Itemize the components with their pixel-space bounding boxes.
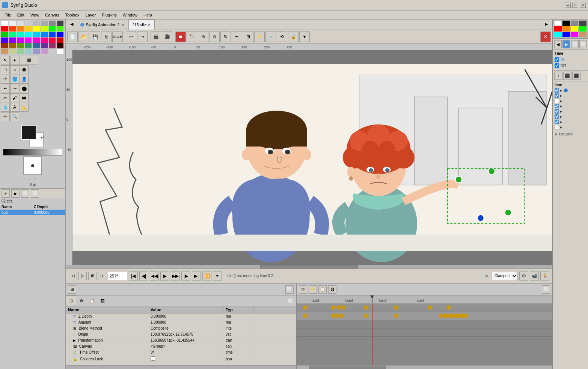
r-swatch[interactable] <box>554 26 562 32</box>
play-pause-btn[interactable]: ▶ <box>160 272 169 280</box>
canvas-grid-btn[interactable]: ⊞ <box>88 272 96 280</box>
next-key-btn[interactable]: |▶ <box>181 272 190 280</box>
swatch[interactable] <box>17 49 24 54</box>
r-swatch[interactable] <box>562 21 570 26</box>
right-nav-right[interactable]: ▶ <box>562 40 570 48</box>
r-swatch[interactable] <box>579 21 586 26</box>
icon-check-7[interactable] <box>555 120 559 124</box>
props-row-timeoffset[interactable]: ⏱ Time Offset 0f time <box>66 350 296 356</box>
maximize-button[interactable]: □ <box>572 3 578 8</box>
swatch[interactable] <box>1 49 8 54</box>
layer-add-btn[interactable]: + <box>2 189 10 198</box>
save-btn2[interactable]: SAVE <box>112 32 123 42</box>
increment-btn[interactable]: + <box>33 176 36 182</box>
r-swatch[interactable] <box>571 26 578 32</box>
menu-edit[interactable]: Edit <box>14 12 27 18</box>
r-swatch[interactable] <box>554 32 562 37</box>
transform-btn[interactable]: ⟲ <box>277 32 287 42</box>
paint-tool[interactable]: 🖌 <box>10 93 19 102</box>
rc-btn1[interactable]: + <box>554 72 562 80</box>
extra-tool6[interactable]: 📐 <box>20 103 29 112</box>
time-check-0f[interactable] <box>555 57 559 62</box>
expand-arrow-4[interactable]: ▶ <box>560 105 562 108</box>
extra-tool4[interactable]: ⬤ <box>20 84 29 93</box>
tl-btn4[interactable]: 🖼 <box>328 285 336 294</box>
swatch[interactable] <box>49 49 56 54</box>
swatch[interactable] <box>33 49 40 54</box>
swatch[interactable] <box>41 49 48 54</box>
extra-tool5[interactable]: 🏔 <box>20 93 29 102</box>
props-tab-close[interactable]: ⬜ <box>285 296 296 306</box>
open-file-btn[interactable]: 📂 <box>78 32 89 42</box>
decrement-btn[interactable]: - <box>29 176 31 182</box>
text-tool[interactable]: A <box>10 103 19 112</box>
lock-btn[interactable]: 🔒 <box>288 32 299 42</box>
loop-btn[interactable]: 🔁 <box>202 272 211 280</box>
swatch[interactable] <box>17 38 24 43</box>
gradient-bar[interactable] <box>3 149 62 156</box>
canvas-scrollbar-h[interactable] <box>66 265 552 268</box>
menu-view[interactable]: View <box>27 12 42 18</box>
keyframe[interactable] <box>303 305 308 310</box>
tl-scroll-thumb[interactable] <box>309 366 386 369</box>
magnet-btn[interactable]: ⚡ <box>254 32 265 42</box>
pen-btn[interactable]: ✒ <box>232 32 242 42</box>
tl-btn2[interactable]: ⚡ <box>309 285 317 294</box>
keyframe[interactable] <box>427 305 433 310</box>
rc-btn3[interactable]: ⬛ <box>572 72 580 80</box>
title-bar-buttons[interactable]: ─ □ ✕ <box>565 3 586 8</box>
keyframe[interactable] <box>303 313 308 318</box>
swatch[interactable] <box>9 49 16 54</box>
right-btn2[interactable]: ⬜ <box>579 40 587 48</box>
tab-close-2[interactable]: ✕ <box>148 23 151 27</box>
green-man-btn[interactable]: 🏃 <box>540 272 549 280</box>
swatch[interactable] <box>41 26 48 32</box>
swatch[interactable] <box>41 32 48 37</box>
tl-close-btn[interactable]: ⬜ <box>542 285 550 294</box>
zoom-fit-btn[interactable]: 🔭 <box>187 32 197 42</box>
tab-left-arrow[interactable]: ◀ <box>67 20 76 28</box>
props-row-zdepth[interactable]: π Z Depth 0.000000 rea <box>66 314 296 320</box>
swatch[interactable] <box>17 26 24 32</box>
menu-file[interactable]: File <box>2 12 14 18</box>
rotate-btn[interactable]: ↻ <box>220 32 231 42</box>
zoom-out-btn[interactable]: ⊖ <box>209 32 220 42</box>
swatch[interactable] <box>9 26 16 32</box>
cut-tool[interactable]: ✂ <box>1 93 10 102</box>
keyframe[interactable] <box>394 305 399 310</box>
rect-tool[interactable]: □ <box>1 65 10 74</box>
tl-scrollbar-h[interactable] <box>297 365 552 369</box>
swatch[interactable] <box>33 38 40 43</box>
r-swatch[interactable] <box>571 21 578 26</box>
keyframe[interactable] <box>339 313 344 318</box>
canvas-scroll-right[interactable]: ▷ <box>78 272 87 280</box>
transform-tool[interactable]: ⟳ <box>1 75 10 84</box>
props-row-transformation[interactable]: ▶ Transformation 158.865071px,-31.435544… <box>66 338 296 344</box>
zoom-in-btn[interactable]: ⊕ <box>198 32 208 42</box>
grid-btn[interactable]: ⊞ <box>243 32 253 42</box>
keyframe[interactable] <box>363 305 369 310</box>
record-btn2[interactable]: ✒ <box>213 272 222 280</box>
swatch[interactable] <box>41 43 48 48</box>
tab-right-arrow[interactable]: ▶ <box>542 20 551 28</box>
save-file-btn[interactable]: 💾 <box>90 32 100 42</box>
anim-record-btn[interactable]: 📹 <box>530 272 539 280</box>
icon-check-3[interactable] <box>555 99 559 103</box>
prev-frame-btn[interactable]: ◀◀ <box>150 272 159 280</box>
props-btn2[interactable]: ⬜ <box>285 285 294 294</box>
tl-btn3[interactable]: 📋 <box>318 285 327 294</box>
menu-plugins[interactable]: Plug-ins <box>99 12 120 18</box>
save-copy-btn[interactable]: ⎘ <box>101 32 112 42</box>
time-check-97f[interactable] <box>555 63 559 68</box>
swatch[interactable] <box>33 43 40 48</box>
swatch[interactable] <box>9 21 16 26</box>
redo-btn[interactable]: ↪ <box>137 32 148 42</box>
record-btn[interactable]: ⏺ <box>175 32 186 42</box>
swatch[interactable] <box>33 32 40 37</box>
menu-layer[interactable]: Layer <box>83 12 99 18</box>
r-swatch[interactable] <box>579 26 586 32</box>
swap-colors[interactable]: ⇄ <box>41 135 44 139</box>
swatch[interactable] <box>57 32 63 37</box>
swatch[interactable] <box>49 32 56 37</box>
toolbar-close-btn[interactable]: ✕ <box>540 32 551 42</box>
